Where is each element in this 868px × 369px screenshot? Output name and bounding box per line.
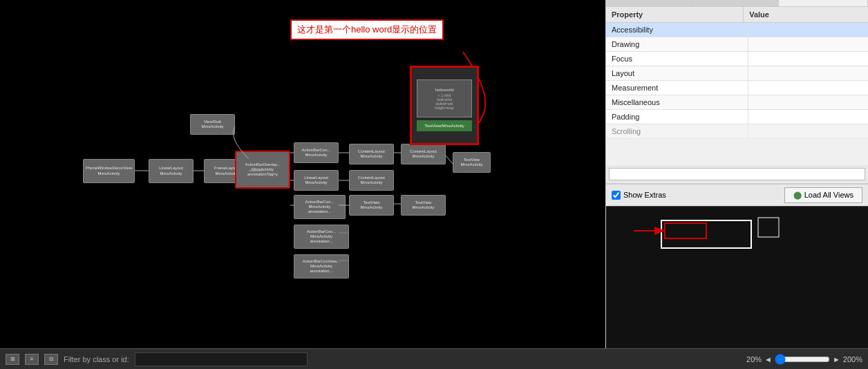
node-n4[interactable]: ActionBarOverlay...MmsActivityannotation…	[235, 151, 290, 189]
inner-node: helloworld + 1 childandroid:idstyleId=un…	[417, 79, 472, 117]
prop-padding: Padding	[606, 110, 748, 124]
properties-header: Property Value	[606, 7, 868, 23]
node-n1[interactable]: PhoneWindowDecorViewMmsActivity	[83, 159, 135, 183]
node-n8[interactable]: ContentLayoutMmsActivity	[349, 170, 394, 191]
prop-measurement: Measurement	[606, 81, 748, 95]
right-panel: Property Value Accessibility Drawing	[605, 0, 868, 348]
panel-tab-3[interactable]	[779, 0, 868, 6]
zoom-max: 200%	[843, 355, 862, 363]
svg-rect-18	[665, 223, 706, 238]
prop-scrolling: Scrolling	[606, 124, 748, 138]
prop-measurement-value	[748, 81, 868, 95]
bottom-controls: Show Extras ⬤ Load All Views	[606, 184, 868, 206]
header-value: Value	[744, 7, 860, 22]
status-icon-1[interactable]: ⊞	[6, 354, 19, 365]
node-n6[interactable]: LinearLayoutMmsActivity	[294, 170, 339, 191]
filter-label: Filter by class or id:	[64, 355, 129, 363]
prop-accessibility-value	[748, 23, 868, 37]
nodes-container: PhoneWindowDecorViewMmsActivity LinearLa…	[0, 0, 605, 348]
main-container: 这才是第一个hello word显示的位置 helloworld + 1 chi…	[0, 0, 868, 348]
prop-row-scrolling[interactable]: Scrolling	[606, 124, 868, 139]
properties-table[interactable]: Accessibility Drawing Focus Layout	[606, 23, 868, 165]
panel-tabs	[606, 0, 868, 7]
load-all-label: Load All Views	[804, 191, 853, 199]
panel-filter-input[interactable]	[609, 168, 865, 180]
zoom-slider[interactable]	[775, 355, 830, 363]
highlighted-node: helloworld + 1 childandroid:idstyleId=un…	[410, 66, 479, 145]
preview-svg	[606, 207, 868, 349]
load-all-views-button[interactable]: ⬤ Load All Views	[784, 187, 862, 203]
preview-area	[606, 206, 868, 349]
prop-padding-value	[748, 110, 868, 124]
node-n9[interactable]: ActionBarCon...MmsActivityannotation...	[294, 195, 346, 219]
prop-row-padding[interactable]: Padding	[606, 110, 868, 124]
callout-text: 这才是第一个hello word显示的位置	[297, 24, 437, 35]
prop-focus: Focus	[606, 52, 748, 66]
node-n5[interactable]: ActionBarCon...MmsActivity	[294, 142, 339, 163]
callout-box: 这才是第一个hello word显示的位置	[290, 19, 444, 40]
filter-row	[606, 165, 868, 184]
prop-row-accessibility[interactable]: Accessibility	[606, 23, 868, 37]
prop-row-measurement[interactable]: Measurement	[606, 81, 868, 95]
inner-node-label: helloworld	[435, 88, 453, 92]
prop-row-drawing[interactable]: Drawing	[606, 37, 868, 52]
show-extras-container: Show Extras	[612, 191, 666, 200]
prop-row-focus[interactable]: Focus	[606, 52, 868, 66]
show-extras-label: Show Extras	[623, 191, 666, 199]
status-bar: ⊞ ≡ ⊟ Filter by class or id: 20% ◄ ► 200…	[0, 348, 868, 369]
node-n11[interactable]: TextViewMmsActivity	[453, 152, 491, 173]
prop-layout-value	[748, 66, 868, 80]
node-n14[interactable]: TestViewMmsActivity	[401, 195, 446, 216]
node-n15[interactable]: ActionBarCon...MmsActivityannotation...	[294, 225, 349, 249]
zoom-min: 20%	[746, 355, 762, 363]
prop-focus-value	[748, 52, 868, 66]
node-n16[interactable]: ActionBarConView...MmsActivityannotation…	[294, 254, 349, 278]
canvas-area[interactable]: 这才是第一个hello word显示的位置 helloworld + 1 chi…	[0, 0, 605, 348]
panel-tab-2[interactable]	[692, 0, 779, 6]
load-all-icon: ⬤	[793, 191, 802, 200]
prop-row-misc[interactable]: Miscellaneous	[606, 95, 868, 110]
svg-rect-19	[758, 218, 779, 237]
prop-drawing-value	[748, 37, 868, 51]
show-extras-checkbox[interactable]	[612, 191, 621, 200]
node-bottom-bar: TextView/MmsActivity	[417, 120, 472, 131]
zoom-display: 20% ◄ ► 200%	[746, 355, 862, 363]
prop-misc-value	[748, 95, 868, 109]
prop-row-layout[interactable]: Layout	[606, 66, 868, 81]
node-n7[interactable]: ContentLayoutMmsActivity	[349, 144, 394, 164]
prop-misc: Miscellaneous	[606, 95, 748, 109]
node-bottom-label: TextView/MmsActivity	[424, 124, 464, 128]
status-icon-2[interactable]: ≡	[25, 354, 39, 365]
prop-drawing: Drawing	[606, 37, 748, 51]
node-n13[interactable]: TextViewMmsActivity	[349, 195, 394, 216]
prop-accessibility: Accessibility	[606, 23, 748, 37]
node-n2[interactable]: LinearLayoutMmsActivity	[149, 159, 194, 183]
prop-scrolling-value	[748, 124, 868, 138]
node-n10[interactable]: ContentLayoutMmsActivity	[401, 144, 446, 164]
zoom-arrow-left[interactable]: ◄	[764, 355, 772, 363]
panel-tab-1[interactable]	[606, 0, 692, 6]
inner-node-details: + 1 childandroid:idstyleId=unkheight=wra…	[435, 93, 453, 110]
node-n12[interactable]: ViewStubMmsActivity	[190, 114, 235, 135]
status-filter-input[interactable]	[135, 352, 308, 366]
status-icon-3[interactable]: ⊟	[44, 354, 58, 365]
zoom-arrow-right[interactable]: ►	[833, 355, 840, 363]
prop-layout: Layout	[606, 66, 748, 80]
header-property: Property	[606, 7, 744, 22]
